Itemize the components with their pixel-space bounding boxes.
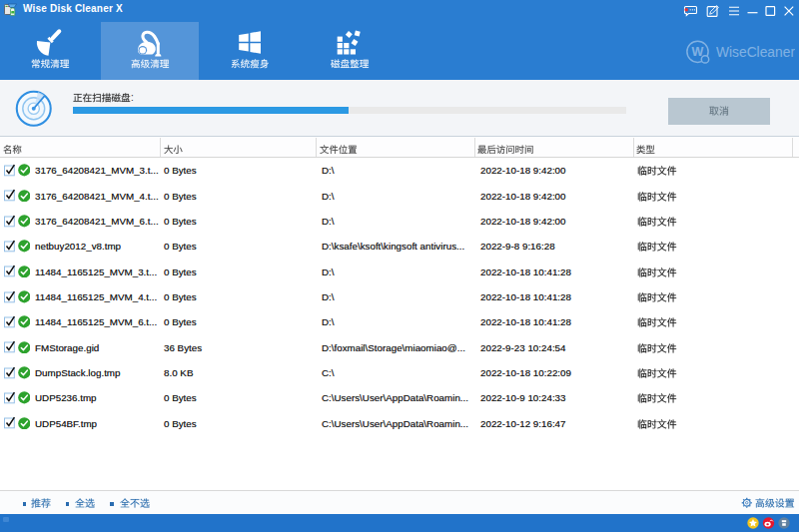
svg-text:WiseCleaner: WiseCleaner — [716, 45, 795, 60]
svg-text:W: W — [691, 45, 703, 59]
